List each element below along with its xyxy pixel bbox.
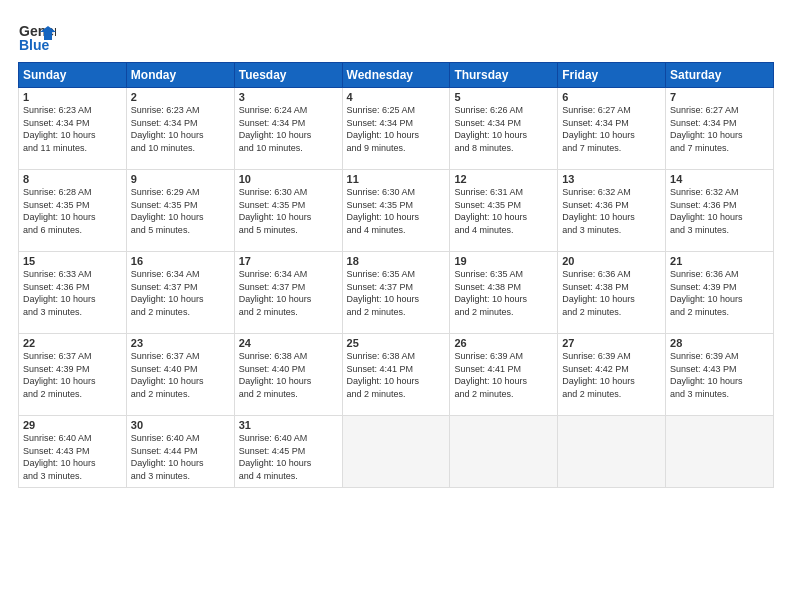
page-container: General Blue SundayMondayTuesdayWednesda… <box>0 0 792 612</box>
day-info: Sunrise: 6:25 AM Sunset: 4:34 PM Dayligh… <box>347 104 446 154</box>
calendar-day-cell: 6Sunrise: 6:27 AM Sunset: 4:34 PM Daylig… <box>558 88 666 170</box>
calendar-day-cell: 8Sunrise: 6:28 AM Sunset: 4:35 PM Daylig… <box>19 170 127 252</box>
day-info: Sunrise: 6:29 AM Sunset: 4:35 PM Dayligh… <box>131 186 230 236</box>
calendar-day-cell: 10Sunrise: 6:30 AM Sunset: 4:35 PM Dayli… <box>234 170 342 252</box>
calendar-day-cell: 14Sunrise: 6:32 AM Sunset: 4:36 PM Dayli… <box>666 170 774 252</box>
day-number: 6 <box>562 91 661 103</box>
day-info: Sunrise: 6:23 AM Sunset: 4:34 PM Dayligh… <box>131 104 230 154</box>
logo-icon: General Blue <box>18 18 56 56</box>
day-info: Sunrise: 6:27 AM Sunset: 4:34 PM Dayligh… <box>670 104 769 154</box>
day-of-week-header: Sunday <box>19 63 127 88</box>
day-number: 29 <box>23 419 122 431</box>
calendar-day-cell: 30Sunrise: 6:40 AM Sunset: 4:44 PM Dayli… <box>126 416 234 488</box>
day-info: Sunrise: 6:30 AM Sunset: 4:35 PM Dayligh… <box>239 186 338 236</box>
calendar-week-row: 22Sunrise: 6:37 AM Sunset: 4:39 PM Dayli… <box>19 334 774 416</box>
calendar-day-cell <box>342 416 450 488</box>
calendar-day-cell: 11Sunrise: 6:30 AM Sunset: 4:35 PM Dayli… <box>342 170 450 252</box>
day-info: Sunrise: 6:38 AM Sunset: 4:41 PM Dayligh… <box>347 350 446 400</box>
calendar-day-cell: 7Sunrise: 6:27 AM Sunset: 4:34 PM Daylig… <box>666 88 774 170</box>
day-number: 27 <box>562 337 661 349</box>
calendar-day-cell: 12Sunrise: 6:31 AM Sunset: 4:35 PM Dayli… <box>450 170 558 252</box>
calendar-header-row: SundayMondayTuesdayWednesdayThursdayFrid… <box>19 63 774 88</box>
calendar-week-row: 29Sunrise: 6:40 AM Sunset: 4:43 PM Dayli… <box>19 416 774 488</box>
day-number: 17 <box>239 255 338 267</box>
day-number: 14 <box>670 173 769 185</box>
day-number: 8 <box>23 173 122 185</box>
day-number: 10 <box>239 173 338 185</box>
calendar-day-cell: 4Sunrise: 6:25 AM Sunset: 4:34 PM Daylig… <box>342 88 450 170</box>
calendar-day-cell: 21Sunrise: 6:36 AM Sunset: 4:39 PM Dayli… <box>666 252 774 334</box>
day-number: 30 <box>131 419 230 431</box>
day-number: 9 <box>131 173 230 185</box>
day-number: 31 <box>239 419 338 431</box>
day-info: Sunrise: 6:40 AM Sunset: 4:43 PM Dayligh… <box>23 432 122 482</box>
calendar-day-cell <box>450 416 558 488</box>
day-info: Sunrise: 6:33 AM Sunset: 4:36 PM Dayligh… <box>23 268 122 318</box>
day-of-week-header: Wednesday <box>342 63 450 88</box>
day-info: Sunrise: 6:35 AM Sunset: 4:38 PM Dayligh… <box>454 268 553 318</box>
calendar-day-cell: 20Sunrise: 6:36 AM Sunset: 4:38 PM Dayli… <box>558 252 666 334</box>
day-info: Sunrise: 6:24 AM Sunset: 4:34 PM Dayligh… <box>239 104 338 154</box>
day-info: Sunrise: 6:35 AM Sunset: 4:37 PM Dayligh… <box>347 268 446 318</box>
day-info: Sunrise: 6:36 AM Sunset: 4:39 PM Dayligh… <box>670 268 769 318</box>
day-info: Sunrise: 6:39 AM Sunset: 4:43 PM Dayligh… <box>670 350 769 400</box>
day-info: Sunrise: 6:39 AM Sunset: 4:41 PM Dayligh… <box>454 350 553 400</box>
day-info: Sunrise: 6:34 AM Sunset: 4:37 PM Dayligh… <box>239 268 338 318</box>
calendar-table: SundayMondayTuesdayWednesdayThursdayFrid… <box>18 62 774 488</box>
calendar-week-row: 15Sunrise: 6:33 AM Sunset: 4:36 PM Dayli… <box>19 252 774 334</box>
day-number: 13 <box>562 173 661 185</box>
day-number: 20 <box>562 255 661 267</box>
day-info: Sunrise: 6:36 AM Sunset: 4:38 PM Dayligh… <box>562 268 661 318</box>
calendar-day-cell <box>558 416 666 488</box>
calendar-day-cell: 1Sunrise: 6:23 AM Sunset: 4:34 PM Daylig… <box>19 88 127 170</box>
calendar-day-cell: 15Sunrise: 6:33 AM Sunset: 4:36 PM Dayli… <box>19 252 127 334</box>
day-number: 19 <box>454 255 553 267</box>
day-info: Sunrise: 6:37 AM Sunset: 4:39 PM Dayligh… <box>23 350 122 400</box>
day-info: Sunrise: 6:38 AM Sunset: 4:40 PM Dayligh… <box>239 350 338 400</box>
day-number: 18 <box>347 255 446 267</box>
day-info: Sunrise: 6:39 AM Sunset: 4:42 PM Dayligh… <box>562 350 661 400</box>
day-number: 1 <box>23 91 122 103</box>
day-of-week-header: Friday <box>558 63 666 88</box>
day-info: Sunrise: 6:31 AM Sunset: 4:35 PM Dayligh… <box>454 186 553 236</box>
day-number: 2 <box>131 91 230 103</box>
calendar-day-cell: 9Sunrise: 6:29 AM Sunset: 4:35 PM Daylig… <box>126 170 234 252</box>
calendar-day-cell: 18Sunrise: 6:35 AM Sunset: 4:37 PM Dayli… <box>342 252 450 334</box>
calendar-day-cell: 29Sunrise: 6:40 AM Sunset: 4:43 PM Dayli… <box>19 416 127 488</box>
calendar-week-row: 1Sunrise: 6:23 AM Sunset: 4:34 PM Daylig… <box>19 88 774 170</box>
day-number: 22 <box>23 337 122 349</box>
calendar-day-cell: 2Sunrise: 6:23 AM Sunset: 4:34 PM Daylig… <box>126 88 234 170</box>
calendar-week-row: 8Sunrise: 6:28 AM Sunset: 4:35 PM Daylig… <box>19 170 774 252</box>
calendar-day-cell: 25Sunrise: 6:38 AM Sunset: 4:41 PM Dayli… <box>342 334 450 416</box>
calendar-day-cell: 13Sunrise: 6:32 AM Sunset: 4:36 PM Dayli… <box>558 170 666 252</box>
day-number: 12 <box>454 173 553 185</box>
day-number: 16 <box>131 255 230 267</box>
day-number: 15 <box>23 255 122 267</box>
day-number: 26 <box>454 337 553 349</box>
day-number: 28 <box>670 337 769 349</box>
day-info: Sunrise: 6:32 AM Sunset: 4:36 PM Dayligh… <box>562 186 661 236</box>
day-info: Sunrise: 6:40 AM Sunset: 4:45 PM Dayligh… <box>239 432 338 482</box>
calendar-day-cell: 24Sunrise: 6:38 AM Sunset: 4:40 PM Dayli… <box>234 334 342 416</box>
calendar-day-cell: 27Sunrise: 6:39 AM Sunset: 4:42 PM Dayli… <box>558 334 666 416</box>
day-number: 4 <box>347 91 446 103</box>
calendar-day-cell: 5Sunrise: 6:26 AM Sunset: 4:34 PM Daylig… <box>450 88 558 170</box>
day-info: Sunrise: 6:40 AM Sunset: 4:44 PM Dayligh… <box>131 432 230 482</box>
calendar-day-cell: 22Sunrise: 6:37 AM Sunset: 4:39 PM Dayli… <box>19 334 127 416</box>
day-of-week-header: Saturday <box>666 63 774 88</box>
day-of-week-header: Thursday <box>450 63 558 88</box>
calendar-day-cell: 17Sunrise: 6:34 AM Sunset: 4:37 PM Dayli… <box>234 252 342 334</box>
day-number: 3 <box>239 91 338 103</box>
day-of-week-header: Tuesday <box>234 63 342 88</box>
calendar-day-cell: 26Sunrise: 6:39 AM Sunset: 4:41 PM Dayli… <box>450 334 558 416</box>
calendar-day-cell: 23Sunrise: 6:37 AM Sunset: 4:40 PM Dayli… <box>126 334 234 416</box>
calendar-day-cell <box>666 416 774 488</box>
day-number: 25 <box>347 337 446 349</box>
day-info: Sunrise: 6:23 AM Sunset: 4:34 PM Dayligh… <box>23 104 122 154</box>
day-of-week-header: Monday <box>126 63 234 88</box>
day-info: Sunrise: 6:30 AM Sunset: 4:35 PM Dayligh… <box>347 186 446 236</box>
calendar-day-cell: 28Sunrise: 6:39 AM Sunset: 4:43 PM Dayli… <box>666 334 774 416</box>
day-number: 24 <box>239 337 338 349</box>
day-number: 21 <box>670 255 769 267</box>
day-number: 7 <box>670 91 769 103</box>
